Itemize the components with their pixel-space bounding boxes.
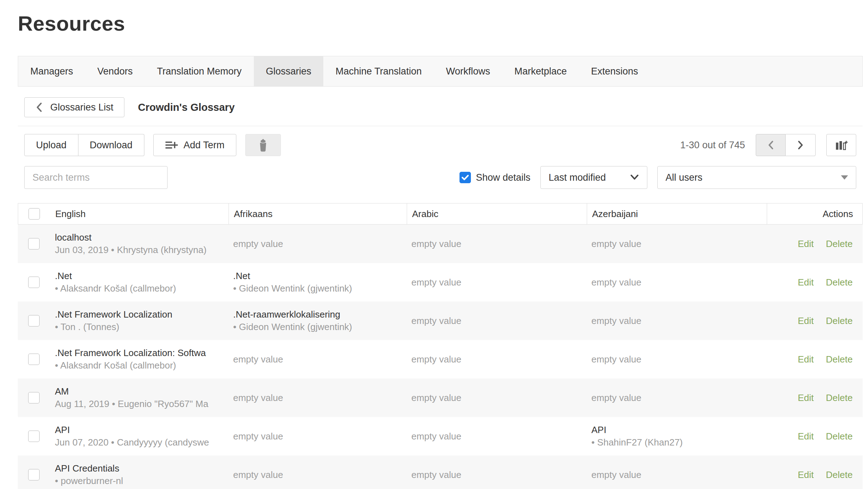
- delete-link[interactable]: Delete: [826, 354, 853, 365]
- pagination-range: 1-30 out of 745: [680, 140, 745, 151]
- tab-machine-translation[interactable]: Machine Translation: [323, 56, 434, 86]
- term-cell-afrikaans: .Net-raamwerklokalisering• Gideon Wentin…: [228, 308, 406, 333]
- term-cell-azerbaijani: empty value: [586, 277, 766, 288]
- edit-link[interactable]: Edit: [798, 469, 814, 480]
- chevron-left-icon: [35, 102, 43, 113]
- term-meta: Jun 03, 2019 • Khrystyna (khrystyna): [55, 244, 228, 256]
- divider: [18, 126, 863, 126]
- delete-link[interactable]: Delete: [826, 277, 853, 288]
- tab-marketplace[interactable]: Marketplace: [502, 56, 579, 86]
- delete-link[interactable]: Delete: [826, 469, 853, 480]
- row-checkbox[interactable]: [28, 315, 40, 326]
- tab-vendors[interactable]: Vendors: [85, 56, 145, 86]
- column-header-afrikaans[interactable]: Afrikaans: [228, 204, 407, 224]
- edit-link[interactable]: Edit: [798, 354, 814, 365]
- row-checkbox[interactable]: [28, 277, 40, 288]
- empty-value-label: empty value: [233, 238, 283, 249]
- term-text: .Net: [233, 270, 406, 282]
- empty-value-label: empty value: [233, 392, 283, 403]
- delete-link[interactable]: Delete: [826, 238, 853, 249]
- add-term-label: Add Term: [184, 140, 225, 151]
- delete-link[interactable]: Delete: [826, 315, 853, 326]
- tab-glossaries[interactable]: Glossaries: [254, 56, 324, 86]
- tab-workflows[interactable]: Workflows: [434, 56, 502, 86]
- column-header-english[interactable]: English: [50, 204, 228, 224]
- select-all-checkbox[interactable]: [29, 208, 40, 220]
- table-row: APIJun 07, 2020 • Candyyyyy (candysweemp…: [18, 417, 863, 455]
- edit-link[interactable]: Edit: [798, 277, 814, 288]
- manage-columns-button[interactable]: [826, 134, 856, 156]
- term-meta: • Ton . (Tonnes): [55, 321, 228, 333]
- table-body: localhostJun 03, 2019 • Khrystyna (khrys…: [18, 225, 863, 489]
- empty-value-label: empty value: [591, 277, 641, 288]
- empty-value-label: empty value: [591, 354, 641, 365]
- pager-group: [756, 134, 816, 156]
- term-cell-english: AMAug 11, 2019 • Eugenio "Ryo567" Ma: [50, 385, 228, 410]
- empty-value-label: empty value: [233, 431, 283, 442]
- empty-value-label: empty value: [411, 354, 461, 365]
- row-checkbox[interactable]: [28, 392, 40, 403]
- show-details-toggle[interactable]: Show details: [459, 172, 530, 183]
- tab-translation-memory[interactable]: Translation Memory: [145, 56, 254, 86]
- add-term-button[interactable]: Add Term: [153, 134, 236, 156]
- row-actions: EditDelete: [766, 354, 863, 365]
- row-select-cell: [18, 417, 50, 455]
- users-filter-select[interactable]: All users: [657, 166, 856, 189]
- term-text: .Net Framework Localization: Softwa: [55, 347, 228, 359]
- term-meta: Jun 07, 2020 • Candyyyyy (candyswe: [55, 436, 228, 449]
- show-details-checkbox[interactable]: [459, 172, 471, 183]
- row-checkbox[interactable]: [28, 431, 40, 442]
- term-cell-arabic: empty value: [406, 238, 586, 249]
- edit-link[interactable]: Edit: [798, 238, 814, 249]
- term-meta: • powerburner-nl: [55, 475, 228, 487]
- empty-value-label: empty value: [411, 315, 461, 326]
- row-actions: EditDelete: [766, 469, 863, 480]
- upload-button[interactable]: Upload: [24, 134, 78, 156]
- table-header: English Afrikaans Arabic Azerbaijani Act…: [18, 203, 863, 225]
- delete-link[interactable]: Delete: [826, 392, 853, 403]
- term-cell-arabic: empty value: [406, 315, 586, 326]
- delete-link[interactable]: Delete: [826, 431, 853, 442]
- term-cell-afrikaans: empty value: [228, 238, 406, 249]
- row-checkbox[interactable]: [28, 238, 40, 249]
- row-checkbox[interactable]: [28, 469, 40, 480]
- delete-selected-button[interactable]: [245, 134, 281, 156]
- term-cell-afrikaans: empty value: [228, 469, 406, 480]
- term-meta: • Gideon Wentink (gjwentink): [233, 321, 406, 333]
- next-page-button[interactable]: [786, 134, 816, 156]
- term-meta: • Alaksandr Košal (callmebor): [55, 282, 228, 295]
- subheader: Glossaries List Crowdin's Glossary: [24, 97, 863, 117]
- table-row: .Net Framework Localization: Softwa• Ala…: [18, 340, 863, 379]
- term-cell-arabic: empty value: [406, 431, 586, 442]
- tab-extensions[interactable]: Extensions: [579, 56, 650, 86]
- trash-icon: [257, 138, 269, 152]
- term-cell-english: .Net Framework Localization• Ton . (Tonn…: [50, 308, 228, 333]
- download-button[interactable]: Download: [78, 134, 144, 156]
- table-row: localhostJun 03, 2019 • Khrystyna (khrys…: [18, 225, 863, 263]
- term-cell-azerbaijani: empty value: [586, 315, 766, 326]
- empty-value-label: empty value: [591, 315, 641, 326]
- sort-select[interactable]: Last modified: [540, 166, 647, 189]
- edit-link[interactable]: Edit: [798, 431, 814, 442]
- term-cell-azerbaijani: empty value: [586, 392, 766, 403]
- term-cell-afrikaans: empty value: [228, 354, 406, 365]
- empty-value-label: empty value: [233, 469, 283, 480]
- filters-bar: Show details Last modified All users: [24, 166, 856, 189]
- edit-link[interactable]: Edit: [798, 315, 814, 326]
- back-button-label: Glossaries List: [50, 102, 113, 113]
- term-text: localhost: [55, 231, 228, 244]
- row-checkbox[interactable]: [28, 354, 40, 365]
- column-header-azerbaijani[interactable]: Azerbaijani: [587, 204, 767, 224]
- column-header-arabic[interactable]: Arabic: [407, 204, 587, 224]
- term-cell-english: API Credentials• powerburner-nl: [50, 462, 228, 487]
- edit-link[interactable]: Edit: [798, 392, 814, 403]
- row-select-cell: [18, 455, 50, 489]
- term-cell-azerbaijani: empty value: [586, 354, 766, 365]
- glossaries-list-back-button[interactable]: Glossaries List: [24, 97, 124, 117]
- term-cell-azerbaijani: empty value: [586, 238, 766, 249]
- term-meta: Aug 11, 2019 • Eugenio "Ryo567" Ma: [55, 398, 228, 410]
- columns-plus-icon: [834, 139, 848, 151]
- prev-page-button[interactable]: [756, 134, 786, 156]
- search-terms-input[interactable]: [24, 166, 168, 189]
- tab-managers[interactable]: Managers: [18, 56, 85, 86]
